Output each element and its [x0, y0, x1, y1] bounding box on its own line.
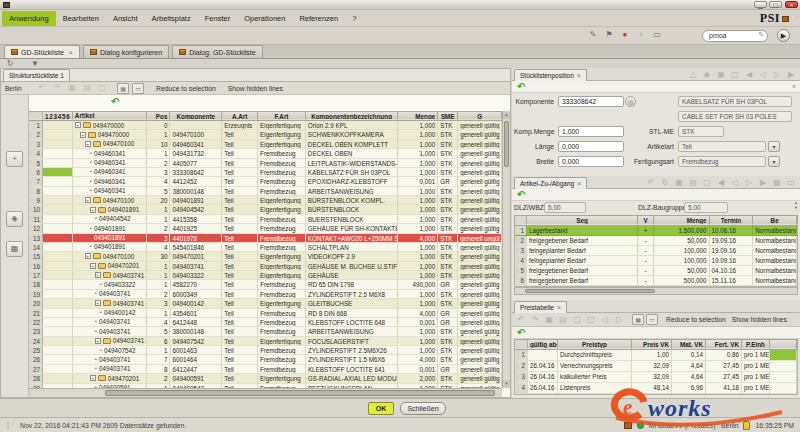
zu-table-row[interactable]: 4feingeplanter Bedarf-100,00019.09.16Nor…: [515, 256, 797, 266]
expand-icon[interactable]: +: [85, 253, 91, 259]
chevron-icon[interactable]: »: [792, 83, 796, 90]
header-levels[interactable]: 123456: [43, 112, 73, 120]
laenge-field[interactable]: 0,000: [558, 141, 624, 152]
bom-horizontal-scrollbar[interactable]: [29, 388, 502, 397]
form-icon[interactable]: ▭: [646, 314, 658, 325]
header-c-aart[interactable]: A.Art: [222, 112, 258, 120]
ok-button[interactable]: OK: [368, 402, 394, 415]
zu-table-header[interactable]: SegVMengeTerminBe: [514, 215, 798, 226]
bom-table-header[interactable]: 123456ArtikelPosKomponenteA.ArtF.ArtKomp…: [29, 111, 502, 121]
nav-first-icon[interactable]: ◀: [716, 178, 726, 188]
menu-item-5[interactable]: Operationen: [237, 11, 292, 26]
table-row[interactable]: 22•04940374146412448TeilFremdbezugKLEBST…: [29, 318, 502, 327]
table-row[interactable]: 20+0494037413049400142TeilEigenfertigung…: [29, 299, 502, 308]
zu-horizontal-scrollbar[interactable]: [514, 287, 798, 295]
view-icon[interactable]: ◉: [702, 70, 712, 80]
table-row[interactable]: 1+0494700000ErzeugnisEigenfertigungOrion…: [29, 121, 502, 130]
undo-icon[interactable]: ↶: [517, 328, 525, 338]
zu-table-row[interactable]: 1Lagerbestand+1.500,00010.06.16Normalbes…: [515, 226, 797, 236]
maximize-button[interactable]: ▢: [769, 1, 782, 8]
nav-next-icon[interactable]: ▷: [614, 315, 624, 325]
undo-gray-icon[interactable]: ↶: [646, 178, 656, 188]
alert-icon[interactable]: △: [688, 70, 698, 80]
table-row[interactable]: 13•04940189134401978TeilFremdbezugKONTAK…: [29, 234, 502, 243]
header-p-vk[interactable]: Preis VK: [632, 340, 672, 349]
price-table-row[interactable]: 226.04.16Verrechnungspreis32,094,6427,45…: [515, 361, 797, 372]
grid-icon[interactable]: ▦: [117, 83, 129, 94]
nav-first-icon[interactable]: ◀: [744, 70, 754, 80]
bom-vertical-scrollbar[interactable]: ▲ ▼: [502, 111, 510, 388]
komp-menge-field[interactable]: 1,000: [558, 126, 624, 137]
nav-prev-icon[interactable]: ◁: [730, 178, 740, 188]
expand-icon[interactable]: +: [75, 122, 81, 128]
reduce-to-selection-button[interactable]: Reduce to selection: [666, 316, 726, 323]
screen-icon[interactable]: ▭: [652, 30, 662, 40]
undo-icon[interactable]: ↶: [517, 190, 525, 200]
expand-icon[interactable]: +: [95, 300, 101, 306]
menu-item-3[interactable]: Arbeitsplatz: [145, 11, 198, 26]
delete-icon[interactable]: ▢: [572, 315, 582, 325]
scroll-thumb[interactable]: [525, 289, 655, 293]
table-row[interactable]: 25•04940754216001463TeilFremdbezugZYLIND…: [29, 346, 502, 355]
scroll-up-icon[interactable]: ▲: [503, 111, 510, 119]
show-hidden-lines-button[interactable]: Show hidden lines: [732, 316, 787, 323]
header-c-menge[interactable]: Menge: [398, 112, 438, 120]
price-table-row[interactable]: 1Durchschnittspreis1,000,140,86pro 1 ME: [515, 350, 797, 361]
form-icon[interactable]: ▭: [786, 178, 796, 188]
flag-icon[interactable]: ⚑: [604, 30, 614, 40]
tab-strukturstueckliste[interactable]: Strukturstückliste 1: [3, 69, 70, 81]
undo-icon[interactable]: ↶: [517, 82, 525, 92]
table-row[interactable]: 19•04940374126000349TeilFremdbezugZYLIND…: [29, 290, 502, 299]
nav-prev-icon[interactable]: ◁: [758, 70, 768, 80]
table-row[interactable]: 12•04940189124401925TeilFremdbezugGEHÄUS…: [29, 224, 502, 233]
komponente-field[interactable]: 333308642: [558, 96, 624, 107]
move-tool-icon[interactable]: +: [6, 151, 23, 167]
pencil-icon[interactable]: ✎: [588, 30, 598, 40]
header-p-einh[interactable]: P.Einh: [742, 340, 770, 349]
zu-table-row[interactable]: 2freigegebener Bedarf-50,00019.09.16Norm…: [515, 236, 797, 246]
table-row[interactable]: 18•04940332214582270TeilFremdbezugRD 65 …: [29, 280, 502, 289]
tab-artikel-zu-abgang[interactable]: Artikel-Zu-/Abgang×: [514, 177, 587, 189]
expand-icon[interactable]: +: [85, 141, 91, 147]
header-p-ab[interactable]: gültig ab+: [528, 340, 558, 349]
tab-stuecklistenposition[interactable]: Stücklistenposition×: [514, 69, 587, 81]
breite-field[interactable]: 0,000: [558, 156, 624, 167]
refresh-icon[interactable]: ↻: [660, 178, 670, 188]
scroll-thumb[interactable]: [105, 390, 495, 396]
box-icon[interactable]: ▢: [730, 70, 740, 80]
header-z-menge[interactable]: Menge: [654, 216, 710, 225]
document-tab-0[interactable]: GD-Stückliste×: [4, 45, 80, 58]
header-c-pos[interactable]: Pos: [147, 112, 171, 120]
search-icon[interactable]: ◎: [625, 96, 636, 107]
table-row[interactable]: 5•04946034124405077TeilFremdbezugLEITPLA…: [29, 159, 502, 168]
redo-gray-icon[interactable]: ↷: [52, 83, 62, 93]
paste-icon[interactable]: ▤: [82, 83, 92, 93]
expand-icon[interactable]: +: [85, 197, 91, 203]
menu-item-1[interactable]: Bearbeiten: [56, 11, 106, 26]
header-z-v[interactable]: V: [638, 216, 654, 225]
price-table-row[interactable]: 426.04.16Listenpreis48,146,9641,18pro 1 …: [515, 383, 797, 394]
zu-table-row[interactable]: 3feingeplanter Bedarf-100,00019.09.16Nor…: [515, 246, 797, 256]
document-tab-2[interactable]: Dialog: GD-Stückliste: [172, 45, 263, 58]
header-z-termin[interactable]: Termin: [710, 216, 754, 225]
table-row[interactable]: 16+0494702011049403741TeilEigenfertigung…: [29, 262, 502, 271]
expand-icon[interactable]: +: [95, 272, 101, 278]
gear-icon[interactable]: ◦: [796, 13, 798, 20]
expand-icon[interactable]: +: [90, 375, 96, 381]
tab-preistabelle[interactable]: Preistabelle×: [514, 301, 567, 313]
form-icon[interactable]: ▭: [132, 83, 144, 94]
table-row[interactable]: 9+04947010020049401891TeilEigenfertigung…: [29, 196, 502, 205]
nav-last-icon[interactable]: ▶: [758, 178, 768, 188]
copy-icon[interactable]: ▣: [544, 315, 554, 325]
table-row[interactable]: 28+0494702012049400591TeilEigenfertigung…: [29, 374, 502, 383]
table-row[interactable]: 4•0494603411049431732TeilFremdbezugDECKE…: [29, 149, 502, 158]
expand-icon[interactable]: +: [90, 263, 96, 269]
reduce-to-selection-button[interactable]: Reduce to selection: [156, 85, 216, 92]
table-row[interactable]: 17+0494037411049403322TeilEigenfertigung…: [29, 271, 502, 280]
nav-next-icon[interactable]: ▷: [772, 70, 782, 80]
nav-next-icon[interactable]: ▷: [744, 178, 754, 188]
zu-table-row[interactable]: 5freigegebener Bedarf-50,00004.10.16Norm…: [515, 266, 797, 276]
delete-icon[interactable]: ▢: [97, 83, 107, 93]
header-c-komp[interactable]: Komponente: [170, 112, 222, 120]
spinner-up-icon[interactable]: ▲▼: [794, 200, 798, 210]
